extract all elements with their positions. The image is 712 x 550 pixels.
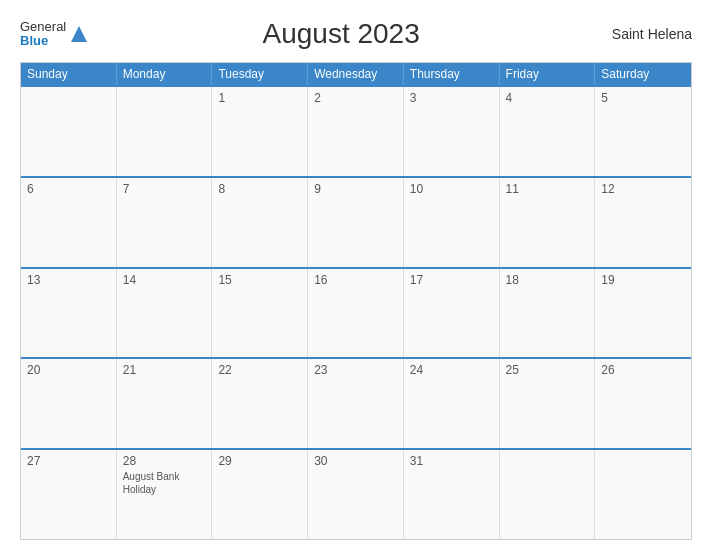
table-row: [21, 87, 117, 176]
event-label: August Bank Holiday: [123, 470, 206, 496]
day-number: 16: [314, 273, 397, 287]
table-row: 3: [404, 87, 500, 176]
table-row: 14: [117, 269, 213, 358]
table-row: 7: [117, 178, 213, 267]
day-number: 5: [601, 91, 685, 105]
table-row: 22: [212, 359, 308, 448]
day-number: 26: [601, 363, 685, 377]
day-number: 20: [27, 363, 110, 377]
day-number: 27: [27, 454, 110, 468]
day-number: 3: [410, 91, 493, 105]
day-number: 24: [410, 363, 493, 377]
table-row: 27: [21, 450, 117, 539]
table-row: [117, 87, 213, 176]
header: General Blue August 2023 Saint Helena: [20, 18, 692, 50]
col-thursday: Thursday: [404, 63, 500, 85]
table-row: 28August Bank Holiday: [117, 450, 213, 539]
table-row: 23: [308, 359, 404, 448]
table-row: 6: [21, 178, 117, 267]
day-number: 23: [314, 363, 397, 377]
logo-general-text: General: [20, 20, 66, 34]
table-row: 20: [21, 359, 117, 448]
table-row: 8: [212, 178, 308, 267]
page: General Blue August 2023 Saint Helena Su…: [0, 0, 712, 550]
day-number: 25: [506, 363, 589, 377]
month-title: August 2023: [90, 18, 592, 50]
table-row: 29: [212, 450, 308, 539]
table-row: [595, 450, 691, 539]
table-row: 30: [308, 450, 404, 539]
table-row: 17: [404, 269, 500, 358]
day-number: 13: [27, 273, 110, 287]
table-row: 10: [404, 178, 500, 267]
logo-blue-text: Blue: [20, 34, 66, 48]
table-row: 13: [21, 269, 117, 358]
table-row: 15: [212, 269, 308, 358]
calendar-header-row: Sunday Monday Tuesday Wednesday Thursday…: [21, 63, 691, 85]
table-row: 26: [595, 359, 691, 448]
week-row-3: 13141516171819: [21, 267, 691, 358]
day-number: 19: [601, 273, 685, 287]
day-number: 28: [123, 454, 206, 468]
col-wednesday: Wednesday: [308, 63, 404, 85]
week-row-5: 2728August Bank Holiday293031: [21, 448, 691, 539]
week-row-1: 12345: [21, 85, 691, 176]
logo: General Blue: [20, 20, 90, 49]
day-number: 2: [314, 91, 397, 105]
col-monday: Monday: [117, 63, 213, 85]
table-row: 11: [500, 178, 596, 267]
table-row: 5: [595, 87, 691, 176]
day-number: 6: [27, 182, 110, 196]
table-row: 16: [308, 269, 404, 358]
table-row: [500, 450, 596, 539]
calendar: Sunday Monday Tuesday Wednesday Thursday…: [20, 62, 692, 540]
table-row: 25: [500, 359, 596, 448]
day-number: 8: [218, 182, 301, 196]
day-number: 4: [506, 91, 589, 105]
col-friday: Friday: [500, 63, 596, 85]
table-row: 18: [500, 269, 596, 358]
location: Saint Helena: [592, 26, 692, 42]
table-row: 1: [212, 87, 308, 176]
col-sunday: Sunday: [21, 63, 117, 85]
day-number: 11: [506, 182, 589, 196]
table-row: 12: [595, 178, 691, 267]
day-number: 22: [218, 363, 301, 377]
day-number: 18: [506, 273, 589, 287]
day-number: 15: [218, 273, 301, 287]
col-saturday: Saturday: [595, 63, 691, 85]
table-row: 2: [308, 87, 404, 176]
day-number: 14: [123, 273, 206, 287]
day-number: 17: [410, 273, 493, 287]
table-row: 31: [404, 450, 500, 539]
day-number: 9: [314, 182, 397, 196]
col-tuesday: Tuesday: [212, 63, 308, 85]
table-row: 9: [308, 178, 404, 267]
logo-icon: [68, 23, 90, 45]
day-number: 7: [123, 182, 206, 196]
table-row: 4: [500, 87, 596, 176]
day-number: 31: [410, 454, 493, 468]
day-number: 10: [410, 182, 493, 196]
svg-marker-0: [71, 26, 87, 42]
table-row: 21: [117, 359, 213, 448]
day-number: 29: [218, 454, 301, 468]
day-number: 30: [314, 454, 397, 468]
week-row-2: 6789101112: [21, 176, 691, 267]
day-number: 12: [601, 182, 685, 196]
day-number: 21: [123, 363, 206, 377]
table-row: 19: [595, 269, 691, 358]
week-row-4: 20212223242526: [21, 357, 691, 448]
day-number: 1: [218, 91, 301, 105]
table-row: 24: [404, 359, 500, 448]
